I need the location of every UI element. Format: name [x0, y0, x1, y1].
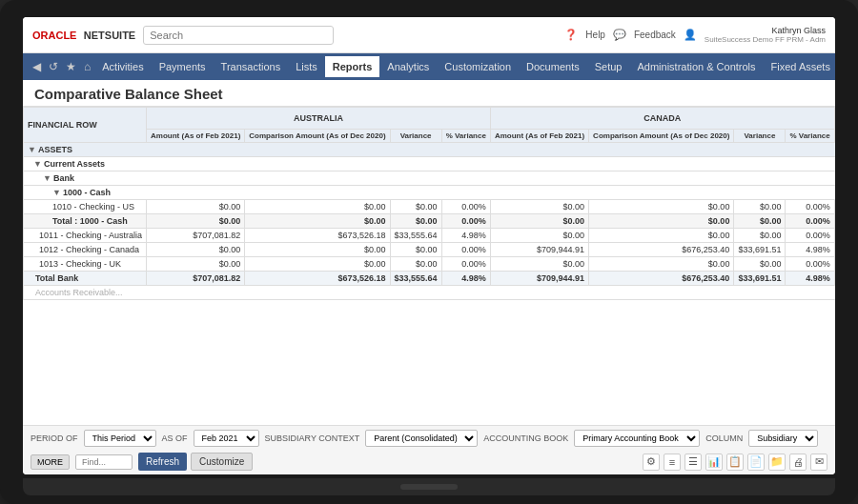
- column-select[interactable]: Subsidiary: [748, 430, 818, 447]
- table-row: ▼Current Assets: [24, 157, 836, 171]
- uk-amount: Amount (As of Feb 2021): [834, 130, 835, 143]
- home-icon[interactable]: ⌂: [80, 56, 94, 77]
- report-table: FINANCIAL ROW AUSTRALIA CANADA UNITED KI…: [23, 107, 835, 300]
- table-row: ▼ASSETS: [24, 143, 836, 157]
- page-title: Comparative Balance Sheet: [34, 86, 824, 102]
- history-icon[interactable]: ↺: [45, 56, 62, 77]
- table-row: ▼Bank: [24, 171, 836, 186]
- au-pct: % Variance: [441, 130, 490, 143]
- help-label[interactable]: Help: [585, 30, 605, 40]
- table-row: Total Bank $707,081.82 $673,526.18 $33,5…: [24, 272, 836, 286]
- table-row: 1012 - Checking - Canada $0.00 $0.00 $0.…: [24, 243, 836, 257]
- netsuite-text: NETSUITE: [84, 30, 135, 41]
- nav-transactions[interactable]: Transactions: [214, 56, 289, 77]
- period-select[interactable]: This Period: [84, 430, 156, 447]
- as-of-label: AS OF: [162, 433, 188, 443]
- nav-reports[interactable]: Reports: [325, 56, 380, 77]
- nav-customization[interactable]: Customization: [437, 56, 519, 77]
- nav-analytics[interactable]: Analytics: [379, 56, 437, 77]
- email-icon[interactable]: ✉: [810, 454, 827, 471]
- toolbar-icons: ⚙ ≡ ☰ 📊 📋 📄 📁 🖨 ✉: [643, 454, 827, 471]
- nav-admin[interactable]: Administration & Controls: [629, 56, 763, 77]
- as-of-select[interactable]: Feb 2021: [194, 430, 259, 447]
- uk-header: UNITED KINGDOM: [834, 108, 835, 130]
- print-icon[interactable]: 🖨: [789, 454, 807, 471]
- subsidiary-select[interactable]: Parent (Consolidated): [365, 430, 478, 447]
- table-row: Total : 1000 - Cash $0.00 $0.00 $0.00 0.…: [24, 214, 836, 229]
- accounting-select[interactable]: Primary Accounting Book: [574, 430, 700, 447]
- cash-label: ▼1000 - Cash: [24, 186, 836, 200]
- accounts-receivable-row: Accounts Receivable...: [24, 286, 836, 300]
- table-row: 1011 - Checking - Australia $707,081.82 …: [24, 229, 836, 243]
- nav-activities[interactable]: Activities: [94, 56, 151, 77]
- total-1000-label: Total : 1000 - Cash: [24, 214, 147, 229]
- column-label: COLUMN: [705, 433, 743, 443]
- ca-amount: Amount (As of Feb 2021): [490, 130, 588, 143]
- search-input[interactable]: [143, 26, 334, 45]
- accounting-label: ACCOUNTING BOOK: [483, 433, 568, 443]
- assets-label: ▼ASSETS: [24, 143, 836, 157]
- list-icon[interactable]: ≡: [664, 454, 681, 471]
- au-amount: Amount (As of Feb 2021): [147, 130, 245, 143]
- ca-pct: % Variance: [786, 130, 834, 143]
- row-1013: 1013 - Checking - UK: [24, 257, 147, 272]
- nav-payments[interactable]: Payments: [152, 56, 214, 77]
- nav-bar: ◀ ↺ ★ ⌂ Activities Payments Transactions…: [23, 53, 835, 80]
- oracle-text: ORACLE: [32, 30, 76, 41]
- nav-fixed-assets[interactable]: Fixed Assets: [764, 56, 835, 77]
- report-area[interactable]: FINANCIAL ROW AUSTRALIA CANADA UNITED KI…: [23, 107, 835, 425]
- canada-header: CANADA: [490, 108, 834, 130]
- nav-lists[interactable]: Lists: [288, 56, 325, 77]
- table-row: 1013 - Checking - UK $0.00 $0.00 $0.00 0…: [24, 257, 836, 272]
- user-subtitle: SuiteSuccess Demo FF PRM - Adm: [705, 35, 826, 44]
- bottom-bar: PERIOD OF This Period AS OF Feb 2021 SUB…: [23, 425, 835, 474]
- row-1012: 1012 - Checking - Canada: [24, 243, 147, 257]
- au-variance: Variance: [390, 130, 441, 143]
- au-comparison: Comparison Amount (As of Dec 2020): [245, 130, 390, 143]
- export-csv-icon[interactable]: 📁: [768, 454, 786, 471]
- back-icon[interactable]: ◀: [29, 56, 45, 77]
- user-info: Kathryn Glass SuiteSuccess Demo FF PRM -…: [705, 26, 826, 44]
- settings-icon[interactable]: ⚙: [643, 454, 660, 471]
- table-row: Accounts Receivable...: [24, 286, 836, 300]
- feedback-icon[interactable]: 💬: [613, 29, 626, 41]
- page-title-bar: Comparative Balance Sheet: [23, 80, 835, 107]
- total-bank-label: Total Bank: [24, 272, 147, 286]
- more-button[interactable]: MORE: [31, 454, 70, 470]
- logo: ORACLE NETSUITE: [32, 29, 135, 42]
- current-assets-label: ▼Current Assets: [24, 157, 836, 171]
- laptop-notch: [400, 484, 458, 490]
- nav-documents[interactable]: Documents: [519, 56, 587, 77]
- ca-variance: Variance: [734, 130, 786, 143]
- star-icon[interactable]: ★: [62, 56, 80, 77]
- user-name: Kathryn Glass: [705, 26, 826, 35]
- table-row: ▼1000 - Cash: [24, 186, 836, 200]
- user-icon: 👤: [684, 29, 697, 41]
- customize-button[interactable]: Customize: [191, 453, 253, 471]
- financial-row-header: FINANCIAL ROW: [24, 108, 147, 143]
- content-area: Comparative Balance Sheet FINANCIAL ROW …: [23, 80, 835, 474]
- ca-comparison: Comparison Amount (As of Dec 2020): [589, 130, 734, 143]
- help-icon[interactable]: ❓: [564, 29, 578, 41]
- row-1011: 1011 - Checking - Australia: [24, 229, 147, 243]
- export-excel-icon[interactable]: 📄: [747, 454, 765, 471]
- grid-icon[interactable]: ☰: [684, 454, 702, 471]
- topbar-right: ❓ Help 💬 Feedback 👤 Kathryn Glass SuiteS…: [564, 26, 826, 44]
- australia-header: AUSTRALIA: [147, 108, 491, 130]
- table-row: 1010 - Checking - US $0.00 $0.00 $0.00 0…: [24, 200, 836, 214]
- export-pdf-icon[interactable]: 📋: [726, 454, 744, 471]
- row-1010: 1010 - Checking - US: [24, 200, 147, 214]
- top-bar: ORACLE NETSUITE ❓ Help 💬 Feedback 👤 Kath…: [23, 17, 835, 53]
- bank-label: ▼Bank: [24, 171, 836, 186]
- feedback-label[interactable]: Feedback: [634, 30, 676, 40]
- chart-icon[interactable]: 📊: [705, 454, 723, 471]
- refresh-button[interactable]: Refresh: [138, 453, 187, 471]
- find-input[interactable]: [75, 454, 133, 470]
- subsidiary-label: SUBSIDIARY CONTEXT: [265, 433, 360, 443]
- period-label: PERIOD OF: [31, 433, 78, 443]
- nav-setup[interactable]: Setup: [587, 56, 630, 77]
